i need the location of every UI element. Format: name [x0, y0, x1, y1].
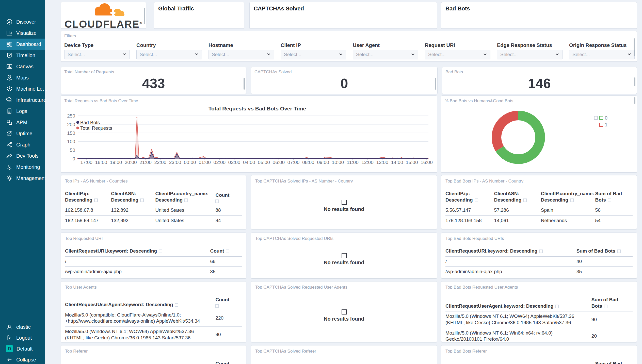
column-header[interactable]: Count	[215, 361, 242, 364]
legend-toggle-icon[interactable]	[594, 116, 598, 120]
sort-icon[interactable]	[555, 305, 559, 308]
panel-scrollbar[interactable]	[634, 97, 635, 104]
filter-select-hostname[interactable]: Select...	[208, 50, 274, 59]
select-placeholder: Select...	[212, 52, 229, 57]
empty-state: No results found	[251, 289, 437, 342]
column-header[interactable]: ClientRequestURI.keyword: Descending	[445, 248, 576, 256]
panel-scrollbar[interactable]	[244, 78, 245, 90]
panel-title: Top Requested URI	[65, 236, 242, 241]
filter-label: Device Type	[64, 42, 93, 48]
sort-icon[interactable]	[539, 250, 543, 253]
table-cell: United States	[541, 226, 595, 229]
sort-icon[interactable]	[617, 250, 621, 253]
sidebar-item-infrastructure[interactable]: Infrastructure	[0, 94, 45, 106]
column-header[interactable]: Sum of Bad Bots	[576, 248, 633, 256]
column-header[interactable]: ClientASN: Descending	[494, 191, 541, 205]
sort-icon[interactable]	[523, 198, 527, 202]
column-header[interactable]: ClientIP.country_name: Descending	[155, 191, 215, 205]
legend-item[interactable]: 1	[591, 121, 607, 128]
column-header[interactable]: Sum of Bad Bots	[591, 297, 633, 311]
sidebar-item-machine-learning[interactable]: Machine Le…	[0, 83, 45, 94]
panel-scrollbar[interactable]	[634, 77, 635, 86]
sidebar-item-graph[interactable]: Graph	[0, 139, 45, 150]
sort-icon[interactable]	[215, 304, 219, 308]
column-header[interactable]: ClientIP.country_name: Descending	[541, 191, 595, 205]
sort-icon[interactable]	[604, 305, 607, 308]
sort-icon[interactable]	[184, 198, 188, 202]
sidebar-item-label: Infrastructure	[16, 97, 46, 103]
sidebar-item-management[interactable]: Management	[0, 173, 45, 184]
sidebar-item-logout[interactable]: Logout	[0, 332, 45, 343]
filter-select-country[interactable]: Select...	[136, 50, 202, 59]
sort-icon[interactable]	[140, 198, 144, 202]
filter-select-edge-response-status[interactable]: Select...	[497, 50, 563, 59]
sidebar-item-label: Machine Le…	[16, 86, 47, 92]
filter-select-device-type[interactable]: Select...	[64, 50, 130, 59]
sort-icon[interactable]	[475, 198, 478, 202]
svg-text:04:00: 04:00	[243, 160, 255, 165]
sidebar-item-logs[interactable]: Logs	[0, 106, 45, 117]
sort-icon[interactable]	[608, 198, 611, 202]
sidebar-item-dashboard[interactable]: Dashboard	[0, 39, 45, 50]
filter-select-request-uri[interactable]: Select...	[425, 50, 490, 59]
column-header[interactable]: ClientRequestURI.keyword: Descending	[65, 248, 210, 256]
sidebar-item-label: APM	[16, 120, 27, 125]
sidebar-item-label: elastic	[16, 324, 31, 330]
panel-title: Filters	[64, 33, 76, 39]
sidebar-item-visualize[interactable]: Visualize	[0, 27, 45, 39]
column-header[interactable]: Sum of Bad Bots	[595, 361, 633, 364]
legend-item[interactable]: 0	[591, 114, 607, 121]
sort-icon[interactable]	[215, 200, 219, 203]
sort-icon[interactable]	[159, 250, 162, 253]
sidebar-item-canvas[interactable]: Canvas	[0, 61, 45, 72]
column-header[interactable]: ClientIP.ip: Descending	[445, 191, 494, 205]
sidebar-item-monitoring[interactable]: Monitoring	[0, 161, 45, 173]
column-header[interactable]: Count	[210, 248, 242, 256]
sidebar-item-uptime[interactable]: Uptime	[0, 128, 45, 139]
sidebar-item-label: Discover	[16, 19, 36, 25]
global-traffic-card: Global Traffic	[154, 2, 244, 29]
sidebar-item-apm[interactable]: APM	[0, 117, 45, 128]
panel-title: CAPTCHAs Solved	[254, 69, 292, 75]
svg-text:10:00: 10:00	[332, 160, 344, 165]
metric-bad-bots: Bad Bots 146	[442, 67, 637, 94]
table-cell: 16	[576, 277, 633, 278]
filter-select-origin-response-status[interactable]: Select...	[569, 50, 635, 59]
panel-scrollbar[interactable]	[634, 38, 635, 56]
sidebar-item-dev-tools[interactable]: Dev Tools	[0, 150, 45, 161]
column-header[interactable]: ClientASN: Descending	[111, 191, 155, 205]
column-header[interactable]	[65, 361, 215, 364]
table-row: 5.56.57.14757,286Spain56	[445, 205, 633, 216]
card-title: Global Traffic	[158, 5, 240, 12]
table-cell: 35	[210, 267, 242, 277]
filter-select-client-ip[interactable]: Select...	[281, 50, 346, 59]
svg-text:05:00: 05:00	[258, 160, 270, 165]
column-header[interactable]: ClientIP.ip: Descending	[65, 191, 111, 205]
sidebar-item-timelion[interactable]: Timelion	[0, 50, 45, 61]
sort-icon[interactable]	[175, 303, 178, 307]
column-header[interactable]: ClientRequestUserAgent.keyword: Descendi…	[65, 297, 215, 310]
sort-icon[interactable]	[226, 250, 229, 253]
svg-text:50: 50	[70, 147, 75, 153]
sidebar-item-default-space[interactable]: D Default	[0, 343, 45, 354]
sort-icon[interactable]	[94, 198, 98, 202]
sort-icon[interactable]	[570, 198, 574, 202]
column-header[interactable]	[445, 361, 595, 364]
metric-captchas-solved: CAPTCHAs Solved 0	[251, 67, 438, 94]
table-cell: /wp-admin/admin-ajax.php	[65, 267, 210, 277]
sidebar-item-maps[interactable]: Maps	[0, 72, 45, 83]
panel-scrollbar[interactable]	[435, 78, 436, 90]
missing-glyph-box	[342, 309, 347, 315]
sidebar-item-collapse[interactable]: Collapse	[0, 354, 45, 364]
column-header[interactable]: Sum of Bad Bots	[595, 191, 633, 205]
svg-text:100: 100	[67, 139, 75, 144]
column-header[interactable]: ClientRequestUserAgent.keyword: Descendi…	[445, 297, 591, 311]
filter-select-user-agent[interactable]: Select...	[353, 50, 418, 59]
table-cell: 162.158.67.8	[65, 205, 111, 216]
cloudflare-logo-panel: CLOUDFLARE®	[61, 2, 146, 29]
column-header[interactable]: Count	[215, 297, 242, 310]
column-header[interactable]: Count	[215, 191, 242, 205]
panel-scrollbar[interactable]	[144, 8, 145, 24]
sidebar-item-discover[interactable]: Discover	[0, 16, 45, 27]
sidebar-item-elastic-user[interactable]: elastic	[0, 321, 45, 333]
